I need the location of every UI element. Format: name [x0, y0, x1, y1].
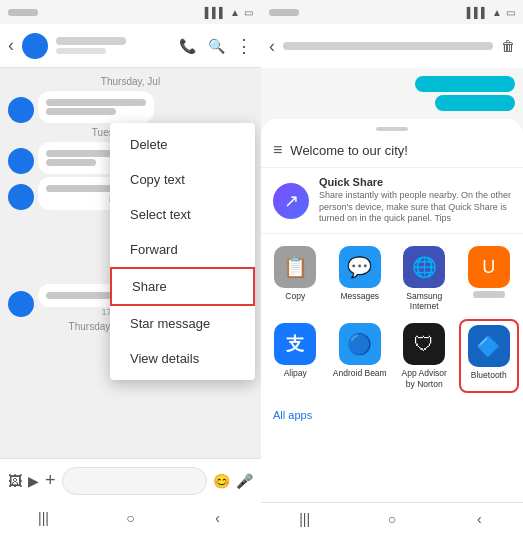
samsung-internet-label: Samsung Internet [396, 291, 453, 311]
right-delete-icon[interactable]: 🗑 [501, 38, 515, 54]
alipay-label: Alipay [284, 368, 307, 378]
app-item-messages[interactable]: 💬 Messages [330, 242, 391, 315]
back-nav-icon[interactable]: ‹ [208, 508, 228, 528]
app-item-app-advisor[interactable]: 🛡 App Advisor by Norton [394, 319, 455, 392]
right-status-bar: ▌▌▌ ▲ ▭ [261, 0, 523, 24]
date-label-1: Thursday, Jul [8, 76, 253, 87]
bluetooth-icon-wrap: 🔷 [468, 325, 510, 367]
right-signal-icon: ▌▌▌ [467, 7, 488, 18]
right-battery-icon: ▭ [506, 7, 515, 18]
app-advisor-label: App Advisor by Norton [396, 368, 453, 388]
app-item-android-beam[interactable]: 🔵 Android Beam [330, 319, 391, 392]
app-advisor-icon: 🛡 [414, 333, 434, 356]
sheet-title: Welcome to our city! [290, 143, 408, 158]
right-back-icon[interactable]: ‹ [269, 36, 275, 57]
messages-label: Messages [340, 291, 379, 301]
recent-apps-icon[interactable]: ||| [34, 508, 54, 528]
right-nav-bar: ||| ○ ‹ [261, 502, 523, 534]
all-apps-label: All apps [273, 409, 312, 421]
right-home-icon[interactable]: ○ [382, 509, 402, 529]
samsung-internet-icon-wrap: 🌐 [403, 246, 445, 288]
status-bar-left [8, 9, 38, 16]
sticker-icon[interactable]: 😊 [213, 473, 230, 489]
samsung-internet-icon: 🌐 [412, 255, 437, 279]
app-item-uc-browser[interactable]: U [459, 242, 520, 315]
home-icon[interactable]: ○ [121, 508, 141, 528]
app-item-bluetooth[interactable]: 🔷 Bluetooth [459, 319, 520, 392]
image-icon[interactable]: 🖼 [8, 473, 22, 489]
bubble-text [46, 99, 146, 106]
msg-char: m [46, 194, 116, 204]
apps-grid: 📋 Copy 💬 Messages 🌐 Samsung Internet [261, 234, 523, 401]
back-icon[interactable]: ‹ [8, 35, 14, 56]
contact-name-area [56, 37, 169, 54]
sheet-header: ≡ Welcome to our city! [261, 137, 523, 168]
app-advisor-icon-wrap: 🛡 [403, 323, 445, 365]
right-status-blur [269, 9, 299, 16]
preview-bubble-1 [415, 76, 515, 92]
alipay-icon: 支 [286, 332, 304, 356]
share-sheet: ≡ Welcome to our city! ↗ Quick Share Sha… [261, 119, 523, 502]
avatar [8, 184, 34, 210]
hamburger-icon: ≡ [273, 141, 282, 159]
chat-area: Thursday, Jul Tuesday, Septem m [0, 68, 261, 458]
android-beam-label: Android Beam [333, 368, 387, 378]
right-contact-title [283, 42, 493, 50]
menu-item-copy-text[interactable]: Copy text [110, 162, 255, 197]
menu-item-view-details[interactable]: View details [110, 341, 255, 376]
uc-browser-icon: U [482, 257, 495, 278]
contact-avatar [22, 33, 48, 59]
bubble-text [46, 159, 96, 166]
app-item-samsung-internet[interactable]: 🌐 Samsung Internet [394, 242, 455, 315]
bluetooth-icon: 🔷 [476, 334, 501, 358]
right-recent-apps-icon[interactable]: ||| [295, 509, 315, 529]
more-icon[interactable]: ⋮ [235, 35, 253, 57]
chat-preview-area [261, 68, 523, 115]
search-icon[interactable]: 🔍 [208, 38, 225, 54]
signal-icon: ▌▌▌ [205, 7, 226, 18]
left-top-bar: ‹ 📞 🔍 ⋮ [0, 24, 261, 68]
android-beam-icon: 🔵 [347, 332, 372, 356]
quick-share-arrow: ↗ [284, 190, 299, 212]
right-back-nav-icon[interactable]: ‹ [469, 509, 489, 529]
messages-icon: 💬 [347, 255, 372, 279]
right-panel: ▌▌▌ ▲ ▭ ‹ 🗑 ≡ Welcome to our city! ↗ [261, 0, 523, 534]
avatar [8, 97, 34, 123]
menu-item-forward[interactable]: Forward [110, 232, 255, 267]
messages-icon-wrap: 💬 [339, 246, 381, 288]
quick-share-row[interactable]: ↗ Quick Share Share instantly with peopl… [261, 168, 523, 234]
add-icon[interactable]: + [45, 470, 56, 491]
contact-name-blur [56, 37, 126, 45]
left-panel: ▌▌▌ ▲ ▭ ‹ 📞 🔍 ⋮ Thursday, Jul Tuesday, S… [0, 0, 261, 534]
phone-icon[interactable]: 📞 [179, 38, 196, 54]
right-status-icons: ▌▌▌ ▲ ▭ [467, 7, 515, 18]
video-icon[interactable]: ▶ [28, 473, 39, 489]
app-item-copy[interactable]: 📋 Copy [265, 242, 326, 315]
menu-item-delete[interactable]: Delete [110, 127, 255, 162]
menu-item-share[interactable]: Share [110, 267, 255, 306]
bluetooth-label: Bluetooth [471, 370, 507, 380]
copy-label: Copy [285, 291, 305, 301]
app-item-alipay[interactable]: 支 Alipay [265, 319, 326, 392]
bubble-text [46, 108, 116, 115]
voice-icon[interactable]: 🎤 [236, 473, 253, 489]
left-status-bar: ▌▌▌ ▲ ▭ [0, 0, 261, 24]
status-bar-icons: ▌▌▌ ▲ ▭ [205, 7, 253, 18]
message-input[interactable] [62, 467, 207, 495]
all-apps-row[interactable]: All apps [261, 401, 523, 431]
avatar [8, 291, 34, 317]
incoming-bubble [38, 91, 154, 123]
battery-icon: ▭ [244, 7, 253, 18]
left-nav-bar: ||| ○ ‹ [0, 502, 261, 534]
menu-item-star-message[interactable]: Star message [110, 306, 255, 341]
status-time-blur [8, 9, 38, 16]
preview-bubble-2 [435, 95, 515, 111]
bubble-text [46, 292, 116, 299]
android-beam-icon-wrap: 🔵 [339, 323, 381, 365]
uc-browser-label [473, 291, 505, 298]
copy-icon: 📋 [283, 255, 308, 279]
alipay-icon-wrap: 支 [274, 323, 316, 365]
context-menu: Delete Copy text Select text Forward Sha… [110, 123, 255, 380]
menu-item-select-text[interactable]: Select text [110, 197, 255, 232]
bubble-text [46, 185, 116, 192]
